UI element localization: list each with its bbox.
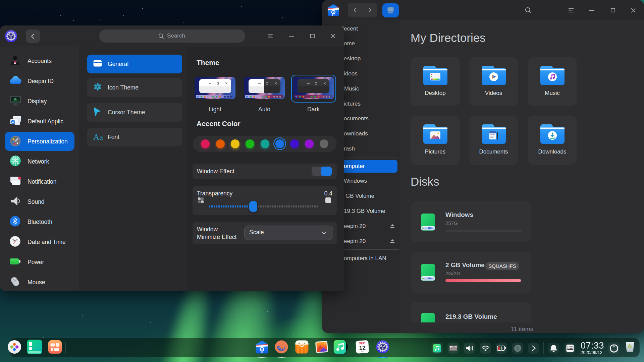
svg-text:SAT: SAT bbox=[361, 350, 364, 353]
